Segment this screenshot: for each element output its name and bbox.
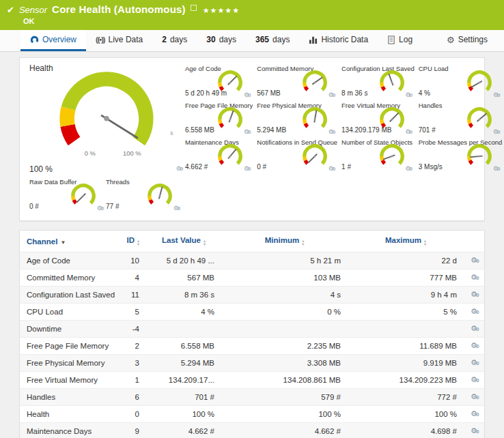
- channels-panel: Channel▼ ID▴▾ Last Value▴▾ Minimum▴▾ Max…: [19, 230, 485, 438]
- gauge-dial: [214, 106, 246, 132]
- tab-365-days[interactable]: 365 days: [246, 30, 299, 51]
- gauge-free-page-file-memory[interactable]: Free Page File Memory 6.558 MB ⚙⚙: [185, 100, 253, 137]
- gauge-number-of-state-objects[interactable]: Number of State Objects 1 # ⚙⚙: [341, 137, 415, 174]
- health-gauge-dial: 0 % 100 % s: [36, 69, 177, 164]
- sort-icon: ▴▾: [424, 239, 426, 246]
- gauge-settings-icon[interactable]: ⚙⚙: [328, 91, 336, 98]
- gauge-settings-icon[interactable]: ⚙⚙: [244, 91, 251, 98]
- sensor-title: Core Health (Autonomous): [52, 3, 186, 15]
- gauge-settings-icon[interactable]: ⚙⚙: [173, 205, 181, 211]
- column-header-minimum[interactable]: Minimum▴▾: [221, 231, 348, 252]
- gauge-handles[interactable]: Handles 701 # ⚙⚙: [419, 100, 503, 137]
- tab-live-data[interactable]: ((•)) Live Data: [86, 30, 152, 51]
- tab-settings[interactable]: ⚙ Settings: [437, 30, 497, 51]
- channel-name: Maintenance Days: [20, 423, 115, 438]
- channel-settings-icon[interactable]: ⚙⚙: [471, 409, 479, 418]
- channel-name: Age of Code: [20, 252, 115, 269]
- gauge-settings-icon[interactable]: ⚙⚙: [176, 165, 184, 172]
- channel-name: Handles: [20, 389, 115, 406]
- table-row: Age of Code 10 5 d 20 h 49 ... 5 h 21 m …: [20, 252, 484, 269]
- small-gauges-grid: Age of Code 5 d 20 h 49 m ⚙⚙ Committed M…: [185, 63, 502, 174]
- gauge-dial: [299, 106, 331, 132]
- gauge-settings-icon[interactable]: ⚙⚙: [244, 165, 251, 172]
- sort-desc-icon: ▼: [60, 239, 66, 246]
- channel-settings-icon[interactable]: ⚙⚙: [471, 358, 479, 366]
- gauge-free-virtual-memory[interactable]: Free Virtual Memory 134.209.179 MB ⚙⚙: [341, 100, 415, 137]
- sensor-type-badge-icon: [191, 5, 197, 11]
- channel-settings-icon[interactable]: ⚙⚙: [471, 290, 479, 298]
- gauge-committed-memory[interactable]: Committed Memory 567 MB ⚙⚙: [257, 63, 337, 100]
- gauge-settings-icon[interactable]: ⚙⚙: [493, 128, 501, 135]
- gauge-maintenance-days[interactable]: Maintenance Days 4.662 # ⚙⚙: [185, 137, 253, 174]
- tab-log[interactable]: Log: [378, 30, 422, 51]
- gauge-dial: [464, 106, 495, 132]
- status-check-icon: ✔: [7, 5, 14, 15]
- column-header-channel[interactable]: Channel▼: [20, 231, 115, 252]
- table-row: Health 0 100 % 100 % 100 % ⚙⚙: [20, 406, 484, 423]
- column-header-maximum[interactable]: Maximum▴▾: [348, 231, 464, 252]
- gauge-dial: [464, 143, 495, 169]
- gauge-settings-icon[interactable]: ⚙⚙: [328, 165, 336, 172]
- channel-name: Committed Memory: [20, 269, 115, 287]
- table-row: Free Virtual Memory 1 134.209.17... 134.…: [20, 372, 484, 389]
- tab-overview[interactable]: Overview: [20, 30, 86, 51]
- priority-stars[interactable]: ★★★★★: [203, 6, 240, 15]
- table-row: Handles 6 701 # 579 # 772 # ⚙⚙: [20, 389, 484, 406]
- channel-name: Health: [20, 406, 115, 423]
- gauge-settings-icon[interactable]: ⚙⚙: [493, 165, 501, 172]
- channel-settings-icon[interactable]: ⚙⚙: [471, 256, 479, 264]
- table-row: Downtime -4 ⚙⚙: [20, 321, 484, 338]
- tab-30-days[interactable]: 30 days: [197, 30, 246, 51]
- gauge-free-physical-memory[interactable]: Free Physical Memory 5.294 MB ⚙⚙: [257, 100, 337, 137]
- channel-settings-icon[interactable]: ⚙⚙: [471, 273, 479, 281]
- tab-bar: Overview ((•)) Live Data 2 days 30 days …: [0, 30, 504, 52]
- sort-icon: ▴▾: [302, 239, 304, 246]
- gauge-configuration-last-saved[interactable]: Configuration Last Saved 8 m 36 s ⚙⚙: [341, 63, 415, 100]
- gauge-settings-icon[interactable]: ⚙⚙: [405, 128, 412, 135]
- channel-name: CPU Load: [20, 304, 115, 321]
- gauge-age-of-code[interactable]: Age of Code 5 d 20 h 49 m ⚙⚙: [185, 63, 253, 100]
- table-row: Free Physical Memory 3 5.294 MB 3.308 MB…: [20, 355, 484, 372]
- tab-historic-data[interactable]: Historic Data: [299, 30, 378, 51]
- gauge-notifications-in-send-queue[interactable]: Notifications in Send Queue 0 # ⚙⚙: [257, 137, 337, 174]
- gauge-settings-icon[interactable]: ⚙⚙: [493, 91, 501, 98]
- channel-settings-icon[interactable]: ⚙⚙: [471, 341, 479, 349]
- channels-table: Channel▼ ID▴▾ Last Value▴▾ Minimum▴▾ Max…: [20, 231, 484, 438]
- scale-max-label: 100 %: [123, 150, 141, 157]
- table-row: Free Page File Memory 2 6.558 MB 2.235 M…: [20, 338, 484, 355]
- gauge-cpu-load[interactable]: CPU Load 4 % ⚙⚙: [419, 63, 503, 100]
- sensor-kind-label: Sensor: [19, 5, 47, 15]
- unit-label: s: [170, 130, 173, 136]
- gauges-panel: Health 0 % 100 % s 100 % ⚙⚙ Age of Code …: [19, 57, 485, 221]
- gauge-settings-icon[interactable]: ⚙⚙: [405, 165, 412, 172]
- gear-icon: ⚙: [447, 35, 455, 45]
- table-row: CPU Load 5 4 % 0 % 5 % ⚙⚙: [20, 304, 484, 321]
- gauge-probe-messages-per-second[interactable]: Probe Messages per Second 3 Msg/s ⚙⚙: [419, 137, 503, 174]
- gauge-dial: [376, 143, 408, 169]
- gauge-settings-icon[interactable]: ⚙⚙: [97, 205, 104, 211]
- gauge-raw-data-buffer[interactable]: Raw Data Buffer 0 # ⚙⚙: [29, 177, 106, 214]
- channel-name: Free Page File Memory: [20, 338, 115, 355]
- sort-icon: ▴▾: [204, 239, 206, 246]
- gauge-dial: [299, 70, 331, 96]
- channel-settings-icon[interactable]: ⚙⚙: [471, 426, 479, 435]
- table-row: Configuration Last Saved 11 8 m 36 s 4 s…: [20, 287, 484, 304]
- tab-2-days[interactable]: 2 days: [152, 30, 197, 51]
- column-header-actions: [464, 231, 484, 252]
- channel-settings-icon[interactable]: ⚙⚙: [471, 324, 479, 332]
- gauge-threads[interactable]: Threads 77 # ⚙⚙: [106, 177, 182, 214]
- column-header-id[interactable]: ID▴▾: [115, 231, 146, 252]
- channel-settings-icon[interactable]: ⚙⚙: [471, 375, 479, 383]
- table-row: Committed Memory 4 567 MB 103 MB 777 MB …: [20, 269, 484, 287]
- channel-settings-icon[interactable]: ⚙⚙: [471, 392, 479, 400]
- gauge-settings-icon[interactable]: ⚙⚙: [405, 91, 412, 98]
- gauge-health[interactable]: Health 0 % 100 % s 100 % ⚙⚙: [29, 63, 185, 174]
- gauge-settings-icon[interactable]: ⚙⚙: [244, 128, 251, 135]
- column-header-last-value[interactable]: Last Value▴▾: [146, 231, 221, 252]
- gauge-settings-icon[interactable]: ⚙⚙: [328, 128, 336, 135]
- channel-settings-icon[interactable]: ⚙⚙: [471, 307, 479, 315]
- live-data-icon: ((•)): [96, 35, 105, 44]
- channel-name: Downtime: [20, 321, 115, 338]
- gauge-dial: [144, 183, 176, 209]
- sort-icon: ▴▾: [137, 239, 139, 246]
